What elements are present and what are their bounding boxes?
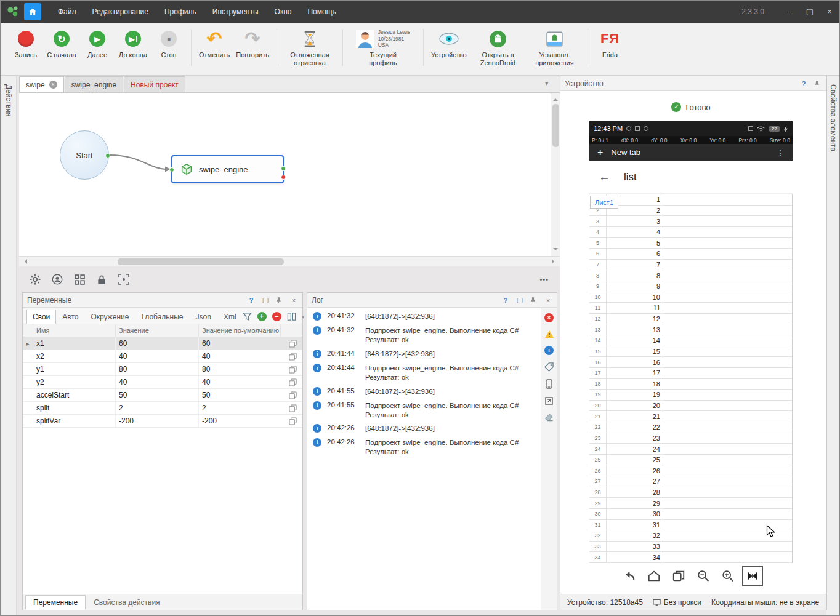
open-zennodroid-button[interactable]: Открыть в ZennoDroid	[470, 29, 527, 66]
help-icon[interactable]: ?	[247, 297, 256, 304]
restart-button[interactable]: ↻ С начала	[44, 29, 79, 59]
variable-row[interactable]: ▸ y1 80 80	[23, 363, 302, 376]
menu-item[interactable]: Окно	[267, 1, 300, 23]
maximize-button[interactable]: ▢	[800, 1, 820, 23]
sheet-row[interactable]: 22 22	[589, 422, 792, 433]
settings-icon[interactable]	[29, 273, 41, 286]
sheet-row[interactable]: 5 5	[589, 238, 792, 249]
run-to-end-button[interactable]: ▶ До конца	[115, 29, 151, 59]
sheet-row[interactable]: 3 3	[589, 216, 792, 227]
log-entry[interactable]: i 20:41:44 [648:1872]->[432:936]	[307, 347, 541, 361]
help-icon[interactable]: ?	[501, 297, 510, 304]
nav-recents-button[interactable]	[668, 566, 689, 586]
current-profile-button[interactable]: Jessica Lewis 10/28/1981 USA Текущий про…	[347, 29, 419, 66]
home-tab-button[interactable]	[24, 3, 41, 20]
sheet-row[interactable]: 24 24	[589, 444, 792, 455]
clean-log-icon[interactable]	[544, 413, 554, 422]
pin-icon[interactable]	[814, 80, 822, 87]
variables-tab[interactable]: Свои	[26, 310, 56, 324]
element-properties-panel-tab[interactable]: Свойства элемента	[826, 76, 839, 615]
sheet-row[interactable]: 32 32	[589, 530, 792, 542]
canvas-hscrollbar[interactable]	[19, 256, 560, 266]
pin-icon[interactable]	[530, 297, 538, 304]
expand-log-icon[interactable]	[544, 396, 554, 406]
vscroll-thumb[interactable]	[552, 104, 559, 147]
help-icon[interactable]: ?	[799, 80, 808, 87]
sheet-row[interactable]: 6 6	[589, 249, 792, 260]
variables-tab[interactable]: Xml	[217, 310, 243, 324]
menu-item[interactable]: Профиль	[156, 1, 204, 23]
log-entry[interactable]: i 20:42:26 Подпроект swipe_engine. Выпол…	[307, 436, 541, 459]
project-tab[interactable]: swipe_engine ×	[65, 76, 123, 92]
project-tab[interactable]: swipe ×	[19, 76, 64, 92]
copy-variable-icon[interactable]	[280, 337, 302, 350]
sheet-row[interactable]: 10 10	[589, 292, 792, 303]
sheet-row[interactable]: 9 9	[589, 281, 792, 292]
variable-row[interactable]: ▸ split 2 2	[23, 402, 302, 415]
variable-row[interactable]: ▸ y2 40 40	[23, 376, 302, 389]
grid-view-icon[interactable]	[73, 273, 86, 286]
variable-value[interactable]: -200	[115, 415, 198, 427]
sheet-row[interactable]: 13 13	[589, 324, 792, 335]
scroll-right-icon[interactable]	[552, 259, 557, 264]
log-entry[interactable]: i 20:41:44 Подпроект swipe_engine. Выпол…	[307, 361, 541, 385]
variable-default[interactable]: -200	[198, 415, 280, 427]
copy-variable-icon[interactable]	[280, 415, 302, 427]
log-entry[interactable]: i 20:42:26 [648:1872]->[432:936]	[307, 422, 541, 436]
menu-item[interactable]: Редактирование	[84, 1, 156, 23]
undo-button[interactable]: ↶ Отменить	[196, 29, 233, 59]
variable-row[interactable]: ▸ accelStart 50 50	[23, 389, 302, 402]
extra-options-icon[interactable]: ▾	[302, 313, 305, 320]
start-output-port[interactable]	[105, 153, 110, 158]
zoom-in-button[interactable]	[717, 566, 738, 586]
log-entry[interactable]: i 20:41:55 [648:1872]->[432:936]	[307, 385, 541, 399]
copy-variable-icon[interactable]	[280, 376, 302, 388]
sheet-row[interactable]: 28 28	[589, 487, 792, 498]
block-error-port[interactable]	[281, 175, 286, 180]
swipe-engine-block[interactable]: swipe_engine	[171, 155, 284, 183]
sheet-row[interactable]: 4 4	[589, 227, 792, 238]
sheet-row[interactable]: 21 21	[589, 411, 792, 422]
scroll-left-icon[interactable]	[22, 259, 27, 264]
variable-value[interactable]: 60	[115, 337, 198, 350]
hscroll-thumb[interactable]	[118, 258, 284, 265]
sheet-row[interactable]: 1 1	[589, 194, 792, 206]
column-value[interactable]: Значение	[115, 324, 198, 337]
column-name[interactable]: Имя	[33, 324, 115, 337]
sheet-row[interactable]: 20 20	[589, 401, 792, 412]
warnings-filter-icon[interactable]	[544, 330, 554, 338]
sheet-row[interactable]: 30 30	[589, 509, 792, 520]
variable-value[interactable]: 40	[115, 376, 198, 388]
variable-row[interactable]: ▸ x1 60 60	[23, 337, 302, 350]
sheet-row[interactable]: 11 11	[589, 303, 792, 314]
bottom-tab[interactable]: Переменные	[25, 595, 86, 610]
sheet-row[interactable]: 29 29	[589, 498, 792, 509]
copy-variable-icon[interactable]	[280, 402, 302, 414]
device-view-button[interactable]: Устройство	[428, 29, 470, 59]
block-output-port[interactable]	[281, 166, 286, 171]
bottom-tab[interactable]: Свойства действия	[86, 595, 168, 610]
pin-icon[interactable]	[275, 297, 284, 304]
menu-item[interactable]: Помощь	[299, 1, 344, 23]
sheet-row[interactable]: 14 14	[589, 335, 792, 346]
sheet-row[interactable]: 18 18	[589, 379, 792, 390]
sheet-tab[interactable]: Лист1	[590, 196, 618, 209]
browser-menu-icon[interactable]: ⋮	[776, 148, 785, 158]
menu-item[interactable]: Инструменты	[204, 1, 267, 23]
block-input-port[interactable]	[169, 167, 174, 172]
filter-icon[interactable]	[243, 312, 252, 321]
sheet-row[interactable]: 2 2	[589, 206, 792, 217]
remove-variable-icon[interactable]: −	[272, 312, 281, 321]
copy-variable-icon[interactable]	[280, 389, 302, 401]
deferred-render-button[interactable]: Отложенная отрисовка	[281, 29, 338, 66]
maximize-panel-icon[interactable]: ▢	[261, 296, 270, 304]
minimize-button[interactable]: –	[780, 1, 800, 23]
device-log-icon[interactable]	[546, 379, 552, 389]
scroll-down-icon[interactable]	[553, 248, 558, 253]
start-node[interactable]: Start	[60, 130, 109, 180]
lock-icon[interactable]	[95, 273, 108, 286]
profile-icon[interactable]	[51, 273, 63, 286]
copy-variable-icon[interactable]	[280, 363, 302, 375]
nav-back-button[interactable]	[619, 566, 640, 586]
variable-value[interactable]: 40	[115, 350, 198, 362]
